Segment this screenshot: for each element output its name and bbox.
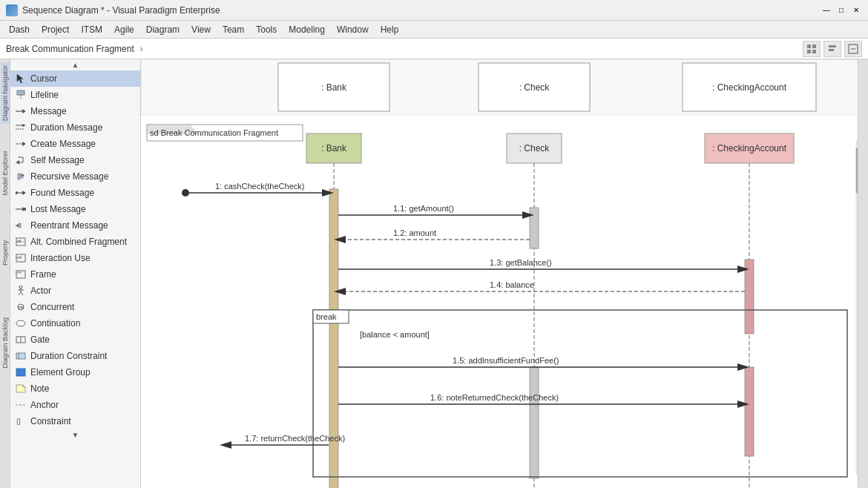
svg-point-80 (182, 189, 189, 197)
sidebar-item-anchor[interactable]: Anchor (10, 397, 140, 413)
toolbar-icon-1[interactable] (803, 41, 821, 57)
sidebar-item-interaction-use[interactable]: ref Interaction Use (10, 250, 140, 266)
concurrent-icon: par (15, 301, 27, 313)
menu-modeling[interactable]: Modeling (283, 23, 331, 36)
app-title: Sequence Diagram * - Visual Paradigm Ent… (22, 5, 821, 16)
sidebar-item-concurrent[interactable]: par Concurrent (10, 299, 140, 315)
sidebar-item-create-message[interactable]: Create Message (10, 136, 140, 152)
lost-message-icon (15, 203, 27, 215)
svg-text:[balance < amount]: [balance < amount] (360, 330, 430, 339)
sidebar-item-note[interactable]: Note (10, 380, 140, 397)
constraint-icon: {} (15, 415, 27, 427)
element-group-label: Element Group (30, 367, 91, 377)
menu-help[interactable]: Help (375, 23, 405, 36)
menu-window[interactable]: Window (331, 23, 375, 36)
svg-rect-3 (812, 50, 816, 53)
svg-text:: Check: : Check (519, 143, 550, 154)
svg-marker-52 (16, 385, 25, 392)
sidebar-item-self-message[interactable]: Self Message (10, 152, 140, 168)
sidebar-item-continuation[interactable]: Continuation (10, 315, 140, 332)
svg-line-42 (19, 292, 21, 295)
recursive-message-label: Recursive Message (30, 171, 108, 182)
sidebar-item-alt-combined[interactable]: alt Alt. Combined Fragment (10, 234, 140, 250)
svg-rect-9 (17, 90, 24, 95)
svg-marker-25 (22, 191, 26, 195)
menu-itsm[interactable]: ITSM (75, 23, 108, 36)
lifeline-icon (15, 89, 27, 101)
duration-message-icon (15, 122, 27, 133)
menu-view[interactable]: View (185, 23, 217, 36)
tab-diagram-backlog[interactable]: Diagram Backlog (1, 314, 10, 372)
recursive-message-icon (15, 171, 27, 182)
svg-marker-12 (22, 109, 26, 113)
svg-rect-5 (829, 49, 834, 51)
svg-text:1.7: returnCheck(theCheck): 1.7: returnCheck(theCheck) (245, 434, 345, 443)
sidebar-item-duration-message[interactable]: Duration Message (10, 119, 140, 136)
svg-line-43 (21, 292, 23, 295)
note-label: Note (30, 383, 49, 394)
anchor-icon (15, 399, 27, 411)
sidebar-item-duration-constraint[interactable]: Duration Constraint (10, 348, 140, 364)
menu-project[interactable]: Project (36, 23, 75, 36)
found-message-icon (15, 187, 27, 199)
frame-icon (15, 268, 27, 280)
menu-tools[interactable]: Tools (250, 23, 283, 36)
svg-text:1.2: amount: 1.2: amount (393, 228, 436, 237)
diagram-area[interactable]: : Bank : Check : CheckingAccount sd Brea… (141, 59, 858, 488)
svg-text:1.3: getBalance(): 1.3: getBalance() (490, 258, 552, 267)
breadcrumb-arrow: › (140, 44, 143, 54)
maximize-button[interactable]: □ (835, 4, 847, 16)
svg-text:alt: alt (17, 239, 22, 243)
svg-rect-4 (829, 45, 836, 47)
svg-text:1.6: noteReturnedCheck(theChec: 1.6: noteReturnedCheck(theCheck) (430, 393, 559, 402)
sidebar-item-frame[interactable]: Frame (10, 266, 140, 283)
scroll-down[interactable]: ▼ (10, 429, 140, 441)
menu-agile[interactable]: Agile (108, 23, 140, 36)
svg-text:ref: ref (17, 255, 22, 260)
app-icon (6, 4, 18, 16)
menu-team[interactable]: Team (217, 23, 250, 36)
duration-constraint-icon (15, 350, 27, 362)
sidebar-item-reentrant-message[interactable]: Reentrant Message (10, 217, 140, 234)
frame-label: Frame (30, 269, 56, 280)
svg-text:: Check: : Check (519, 82, 550, 93)
menu-dash[interactable]: Dash (3, 23, 36, 36)
close-button[interactable]: ✕ (850, 4, 862, 16)
toolbar-icon-3[interactable] (844, 41, 862, 57)
scroll-up[interactable]: ▲ (10, 59, 140, 70)
actor-icon (15, 285, 27, 297)
sidebar-item-lifeline[interactable]: Lifeline (10, 87, 140, 103)
sidebar-item-gate[interactable]: Gate (10, 332, 140, 348)
svg-text:1: cashCheck(theCheck): 1: cashCheck(theCheck) (215, 182, 304, 191)
breadcrumb: Break Communication Fragment (6, 44, 134, 54)
svg-marker-17 (22, 142, 26, 146)
sidebar-tabs: Diagram Navigator Model Explorer Propert… (0, 59, 10, 488)
cursor-icon (15, 73, 27, 85)
svg-rect-74 (329, 189, 338, 488)
menu-diagram[interactable]: Diagram (140, 23, 185, 36)
sidebar-item-found-message[interactable]: Found Message (10, 185, 140, 201)
toolbar-icon-2[interactable] (823, 41, 841, 57)
continuation-label: Continuation (30, 318, 80, 329)
sidebar-item-constraint[interactable]: {} Constraint (10, 413, 140, 429)
sidebar-item-message[interactable]: Message (10, 103, 140, 119)
constraint-label: Constraint (30, 416, 71, 426)
sidebar-item-lost-message[interactable]: Lost Message (10, 201, 140, 217)
tab-model-explorer[interactable]: Model Explorer (1, 148, 10, 199)
self-message-icon (15, 154, 27, 166)
sidebar-item-actor[interactable]: Actor (10, 283, 140, 299)
svg-rect-76 (745, 260, 754, 334)
svg-rect-75 (530, 208, 539, 248)
tab-property[interactable]: Property (1, 237, 10, 268)
create-message-label: Create Message (30, 139, 96, 149)
svg-text:break: break (316, 312, 337, 321)
svg-marker-106 (220, 441, 231, 449)
minimize-button[interactable]: — (821, 4, 832, 16)
message-label: Message (30, 106, 67, 116)
sidebar-item-recursive-message[interactable]: Recursive Message (10, 168, 140, 185)
sidebar-item-cursor[interactable]: Cursor (10, 70, 140, 87)
svg-rect-78 (745, 367, 754, 456)
tab-diagram-navigator[interactable]: Diagram Navigator (1, 62, 10, 124)
right-panel-tabs (858, 59, 868, 488)
sidebar-item-element-group[interactable]: Element Group (10, 364, 140, 380)
